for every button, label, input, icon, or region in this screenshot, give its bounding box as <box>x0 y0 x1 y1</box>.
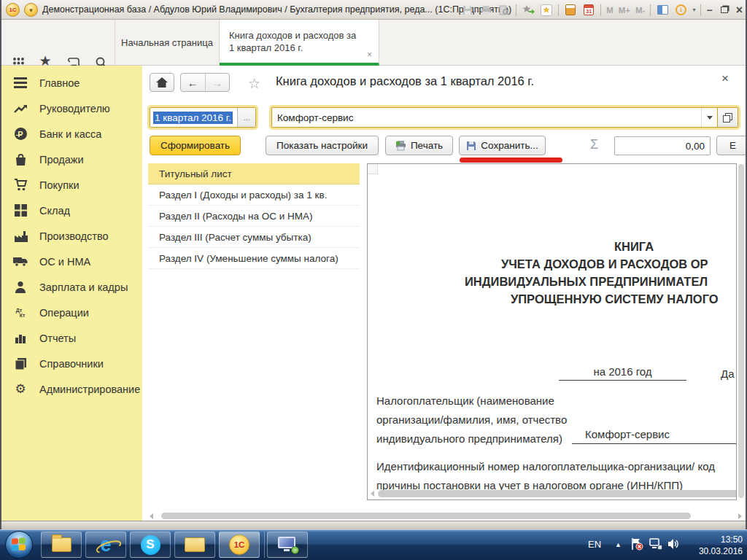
taskbar-remote-desktop-button[interactable] <box>267 532 308 558</box>
section-row-2[interactable]: Раздел II (Расходы на ОС и НМА) <box>148 206 360 227</box>
clock-date: 30.03.2016 <box>684 545 743 557</box>
floppy-icon <box>466 141 476 151</box>
sidebar-item-warehouse[interactable]: Склад <box>0 198 142 223</box>
window-titlebar: 1С ▾ Демонстрационная база / Абдулов Юри… <box>0 0 747 20</box>
form-close-icon[interactable]: × <box>721 71 729 86</box>
sum-sigma-icon: Σ <box>590 137 598 152</box>
show-settings-button[interactable]: Показать настройки <box>266 136 379 155</box>
add-favorite-icon[interactable] <box>522 4 535 17</box>
scroll-left-icon[interactable] <box>371 491 374 497</box>
organization-open-button[interactable] <box>717 108 738 127</box>
sidebar-item-reports[interactable]: Отчеты <box>0 325 142 351</box>
scroll-right-icon[interactable] <box>738 513 742 519</box>
taskbar-ie-button[interactable]: e <box>85 532 126 558</box>
tab-home-page[interactable]: Начальная страница <box>115 20 220 66</box>
section-row-1[interactable]: Раздел I (Доходы и расходы) за 1 кв. <box>148 184 360 206</box>
save-report-button[interactable]: Сохранить... <box>459 136 546 155</box>
back-button[interactable]: ← <box>181 74 205 91</box>
tab-toolbar: ★ Начальная страница Книга доходов и рас… <box>0 20 747 66</box>
home-button[interactable] <box>150 73 174 92</box>
action-center-flag-icon[interactable] <box>630 537 643 551</box>
period-choose-button[interactable]: ... <box>237 108 255 127</box>
sidebar-item-payroll-hr[interactable]: Зарплата и кадры <box>0 274 142 300</box>
tab-income-expense-book[interactable]: Книга доходов и расходов за 1 квартал 20… <box>220 20 379 66</box>
taskbar-clock[interactable]: 13:50 30.03.2016 <box>684 532 743 557</box>
document-vertical-scrollbar[interactable] <box>738 164 744 499</box>
tab-close-icon[interactable]: × <box>367 50 372 60</box>
favorites-icon[interactable] <box>540 4 553 17</box>
scrollbar-thumb[interactable] <box>738 164 744 498</box>
ruble-coin-icon: Р <box>13 127 28 141</box>
sheet-corner-cell <box>368 164 378 174</box>
section-row-title-page[interactable]: Титульный лист <box>148 163 360 184</box>
windows-logo-icon <box>12 537 26 551</box>
app-logo-1c-icon[interactable]: 1С <box>6 3 20 17</box>
info-icon[interactable]: i <box>674 4 687 17</box>
print-icon[interactable] <box>479 4 492 17</box>
remote-desktop-icon <box>278 537 297 553</box>
debit-credit-icon: ДтКт <box>13 306 28 320</box>
document-horizontal-scrollbar[interactable] <box>369 489 736 498</box>
taskbar-skype-button[interactable]: S <box>130 532 171 558</box>
preview-icon[interactable] <box>498 4 511 17</box>
sidebar-item-purchases[interactable]: Покупки <box>0 172 142 198</box>
restore-button[interactable] <box>718 4 731 17</box>
info-caret-icon[interactable]: ▾ <box>692 7 695 13</box>
sidebar-item-production[interactable]: Производство <box>0 223 142 249</box>
generate-button[interactable]: Сформировать <box>150 136 241 155</box>
sections-sidebar: Главное Руководителю Р Банк и касса Прод… <box>0 66 142 522</box>
start-button[interactable] <box>5 531 33 559</box>
titlebar-separator <box>600 4 601 16</box>
sidebar-item-fixed-assets[interactable]: ОС и НМА <box>0 249 142 274</box>
taskbar-1c-button[interactable]: 1С <box>219 532 260 558</box>
home-icon <box>156 77 168 88</box>
boxes-grid-icon <box>13 203 28 218</box>
sidebar-item-main[interactable]: Главное <box>0 70 142 96</box>
close-window-button[interactable]: × <box>736 4 743 17</box>
save-icon[interactable] <box>461 4 474 17</box>
print-button[interactable]: Печать <box>385 136 453 155</box>
memory-m-button[interactable]: M <box>606 6 614 15</box>
main-menu-button[interactable]: ▾ <box>24 3 38 17</box>
spreadsheet-document-preview[interactable]: КНИГА УЧЕТА ДОХОДОВ И РАСХОДОВ ОР ИНДИВИ… <box>367 163 737 500</box>
language-indicator[interactable]: EN <box>588 539 601 550</box>
taskbar-explorer-button[interactable] <box>41 532 82 558</box>
doc-taxpayer-value-line: Комфорт-сервис <box>572 428 737 444</box>
forward-button[interactable]: → <box>205 74 229 91</box>
sidebar-item-directories[interactable]: Справочники <box>0 351 142 376</box>
doc-taxpayer-label: Налогоплательщик (наименование организац… <box>376 392 567 448</box>
split-view-icon[interactable] <box>656 4 669 17</box>
taskbar-mail-button[interactable] <box>174 532 215 558</box>
memory-m-minus-button[interactable]: M- <box>635 6 645 15</box>
tray-expand-icon[interactable]: ▲ <box>615 541 622 548</box>
speaker-icon[interactable] <box>667 538 679 550</box>
section-row-4[interactable]: Раздел IV (Уменьшение суммы налога) <box>148 248 360 269</box>
sidebar-item-administration[interactable]: ⚙ Администрирование <box>0 376 142 402</box>
shopping-bag-icon <box>13 152 28 167</box>
sum-field[interactable]: 0,00 <box>614 136 711 155</box>
sidebar-item-operations[interactable]: ДтКт Операции <box>0 300 142 325</box>
organization-input[interactable]: Комфорт-сервис <box>272 108 701 127</box>
red-underline-annotation <box>460 158 562 163</box>
calculator-icon[interactable] <box>564 4 577 17</box>
sidebar-item-bank-cash[interactable]: Р Банк и касса <box>0 121 142 147</box>
sidebar-item-manager[interactable]: Руководителю <box>0 96 142 121</box>
more-button-clipped[interactable]: Е <box>716 136 747 155</box>
scroll-left-icon[interactable] <box>150 513 153 519</box>
printer-icon <box>395 141 406 151</box>
titlebar-separator <box>700 4 701 16</box>
doc-year-field: на 2016 год <box>559 365 686 381</box>
memory-m-plus-button[interactable]: M+ <box>619 6 630 15</box>
minimize-button[interactable]: − <box>706 4 712 16</box>
section-row-3[interactable]: Раздел III (Расчет суммы убытка) <box>148 227 360 248</box>
network-icon[interactable] <box>649 538 662 550</box>
scrollbar-thumb[interactable] <box>161 513 691 519</box>
sidebar-item-sales[interactable]: Продажи <box>0 147 142 172</box>
scrollbar-thumb[interactable] <box>378 490 737 497</box>
calendar-icon[interactable]: 31 <box>582 4 595 17</box>
favorite-star-icon[interactable]: ☆ <box>248 75 260 92</box>
form-horizontal-scrollbar[interactable] <box>150 511 742 521</box>
period-input[interactable]: 1 квартал 2016 г. <box>150 108 237 127</box>
organization-dropdown-button[interactable] <box>701 108 717 127</box>
history-nav-group: ← → <box>180 73 230 92</box>
